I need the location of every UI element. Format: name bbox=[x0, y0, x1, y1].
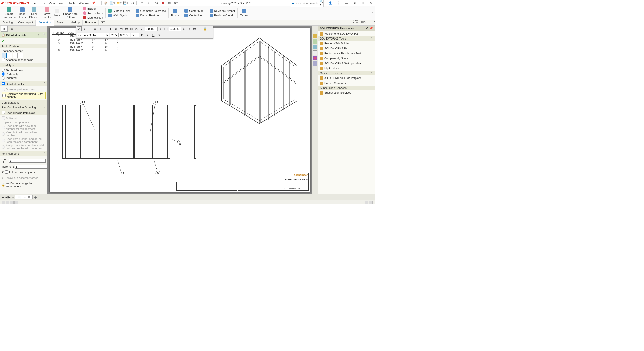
sheet-nav-next-icon[interactable]: ▶ bbox=[8, 196, 10, 199]
reorder-icon[interactable]: ⇵ bbox=[2, 170, 4, 174]
underline-button[interactable]: U bbox=[151, 33, 156, 38]
open-icon[interactable]: 📂▾ bbox=[117, 1, 122, 6]
front-view[interactable] bbox=[62, 105, 170, 159]
menu-file[interactable]: File bbox=[31, 1, 39, 5]
sheet-nav-prev-icon[interactable]: ◀ bbox=[5, 196, 7, 199]
menu-window[interactable]: Window bbox=[77, 1, 90, 5]
sec-keep-missing[interactable]: Keep Missing Item/Row⌃ bbox=[0, 110, 47, 115]
tab-annotation[interactable]: Annotation bbox=[36, 20, 54, 26]
collapse-ribbon-icon[interactable]: ⌃ bbox=[372, 12, 374, 14]
add-sheet-icon[interactable]: ➕ bbox=[34, 196, 38, 199]
doc-restore-icon[interactable]: ❐ bbox=[356, 20, 358, 25]
rotate-icon[interactable]: ↻ bbox=[113, 26, 118, 31]
tp-item-subscription[interactable]: Subscription Services bbox=[318, 90, 375, 95]
tp-item-marketplace[interactable]: 3DEXPERIENCE Marketplace bbox=[318, 75, 375, 81]
grid2-icon[interactable]: ▦ bbox=[192, 26, 197, 31]
align-right-icon[interactable]: ≡ bbox=[93, 26, 97, 31]
vbar-appearances-icon[interactable] bbox=[313, 56, 317, 60]
tab-view-layout[interactable]: View Layout bbox=[15, 20, 36, 25]
increment-input[interactable] bbox=[15, 165, 47, 169]
follow-assy-checkbox[interactable] bbox=[5, 170, 8, 174]
center-mark-button[interactable]: Center Mark bbox=[183, 9, 206, 13]
sort-icon[interactable]: A↓ bbox=[134, 26, 139, 31]
revision-symbol-button[interactable]: Revision Symbol bbox=[208, 9, 236, 13]
tp-online-head[interactable]: Online Resources⌃ bbox=[318, 71, 375, 75]
tp-item-property-tab[interactable]: Property Tab Builder bbox=[318, 41, 375, 46]
doc-max-icon[interactable]: ◫ bbox=[361, 20, 364, 25]
table-row[interactable]: 4TS2x2x0.250°0°2 bbox=[52, 45, 122, 49]
sec-table-position[interactable]: Table Position⌃ bbox=[0, 44, 47, 48]
doc-expand-icon[interactable]: ⛶ bbox=[353, 20, 356, 25]
sec-item-numbers[interactable]: Item Numbers⌃ bbox=[0, 151, 47, 156]
col-item-no[interactable]: ITEM NO. bbox=[52, 31, 66, 35]
redo-icon[interactable]: ↷▾ bbox=[145, 1, 150, 6]
top-level-radio[interactable] bbox=[2, 69, 5, 72]
menu-edit[interactable]: Edit bbox=[39, 1, 47, 5]
sb-icon-4[interactable] bbox=[14, 201, 18, 204]
row-height-input[interactable] bbox=[169, 27, 181, 31]
menu-insert[interactable]: Insert bbox=[57, 1, 67, 5]
vbar-view-palette-icon[interactable] bbox=[313, 50, 317, 55]
task-pane-toggle-icon[interactable]: « bbox=[373, 20, 375, 25]
tp-gear-icon[interactable]: ⚙ bbox=[366, 27, 369, 30]
print-icon[interactable]: 🖨▾ bbox=[130, 1, 135, 6]
italic-button[interactable]: I bbox=[145, 33, 150, 38]
drawing-canvas[interactable]: A ≡ ≣ ≡ ⬆ ↔ ⬇ ↻ ▤ ▦ ▥ A↓ Σ ⇕ ⟷ ⇕ ⊞ ▦ ⊟ 🔒… bbox=[47, 26, 312, 194]
strike-button[interactable]: S bbox=[156, 33, 161, 38]
fmt-a-icon[interactable]: A bbox=[77, 26, 82, 31]
model-items-button[interactable]: Model Items bbox=[17, 7, 28, 19]
restore-icon[interactable]: ▣ bbox=[352, 1, 357, 6]
format-painter-button[interactable]: Format Painter bbox=[41, 7, 53, 19]
valign-mid-icon[interactable]: ↔ bbox=[103, 26, 108, 31]
options-icon[interactable]: ▦ bbox=[167, 1, 172, 6]
sheet-nav-first-icon[interactable]: ⏮ bbox=[2, 196, 4, 199]
table-row[interactable]: 3TS2x2x0.250°0°5 bbox=[52, 42, 122, 45]
sb-icon-2[interactable] bbox=[6, 201, 9, 204]
tab-markup[interactable]: Markup bbox=[68, 20, 83, 25]
tab-so[interactable]: SO bbox=[99, 20, 108, 25]
feature-tree-tab-icon[interactable]: 🗂 bbox=[1, 26, 8, 32]
tp-item-settings-wizard[interactable]: SOLIDWORKS Settings Wizard bbox=[318, 61, 375, 66]
col-width-input[interactable] bbox=[145, 27, 158, 31]
rebuild-icon[interactable]: ⬣ bbox=[160, 1, 165, 6]
user-icon[interactable]: 👤 bbox=[328, 1, 333, 6]
vbar-home-icon[interactable] bbox=[313, 34, 317, 38]
help-icon[interactable]: ❔ bbox=[336, 1, 341, 6]
sheet-tab-1[interactable]: 📄 Sheet1 bbox=[15, 195, 33, 199]
balloon-button[interactable]: Balloon bbox=[81, 6, 104, 11]
centerline-button[interactable]: Centerline bbox=[183, 13, 206, 18]
config-tab-icon[interactable]: ▦ bbox=[9, 26, 16, 32]
settings-icon[interactable]: ⚙▾ bbox=[173, 1, 178, 6]
vbar-custom-props-icon[interactable] bbox=[313, 61, 317, 66]
note-button[interactable]: Note bbox=[53, 7, 62, 19]
smart-dimension-button[interactable]: Smart Dimension bbox=[1, 7, 17, 19]
link-icon[interactable]: ⟷ bbox=[163, 26, 168, 31]
indented-radio[interactable] bbox=[2, 76, 5, 80]
tp-tools-head[interactable]: SOLIDWORKS Tools⌃ bbox=[318, 36, 375, 41]
tab-drawing[interactable]: Drawing bbox=[0, 20, 15, 25]
spell-checker-button[interactable]: Spell Checker bbox=[28, 7, 41, 19]
do-not-change-checkbox[interactable] bbox=[6, 183, 9, 187]
ok-button[interactable]: ✔ bbox=[2, 39, 5, 43]
start-at-input[interactable] bbox=[9, 159, 46, 163]
align-center-icon[interactable]: ≣ bbox=[87, 26, 92, 31]
side-view[interactable] bbox=[194, 105, 196, 159]
geometric-tolerance-button[interactable]: Geometric Tolerance bbox=[134, 9, 167, 13]
save-icon[interactable]: 💾▾ bbox=[123, 1, 128, 6]
new-icon[interactable]: 📄▾ bbox=[110, 1, 115, 6]
search-icon[interactable]: 🔍▾ bbox=[320, 0, 323, 6]
sum-icon[interactable]: Σ bbox=[140, 26, 144, 31]
doc-close-icon[interactable]: ✕ bbox=[364, 20, 366, 25]
close-icon[interactable]: ✕ bbox=[368, 1, 373, 6]
spin2-icon[interactable]: ⇕ bbox=[182, 26, 186, 31]
corner-tr-button[interactable] bbox=[7, 53, 12, 58]
split-icon[interactable]: ▥ bbox=[129, 26, 134, 31]
home-icon[interactable]: 🏠 bbox=[103, 1, 108, 6]
valign-bot-icon[interactable]: ⬇ bbox=[108, 26, 113, 31]
weld-symbol-button[interactable]: Weld Symbol bbox=[107, 13, 132, 18]
corner-br-button[interactable] bbox=[18, 53, 23, 58]
magnetic-line-button[interactable]: Magnetic Lin bbox=[81, 15, 104, 20]
undo-icon[interactable]: ↶▾ bbox=[138, 1, 143, 6]
tab-evaluate[interactable]: Evaluate bbox=[83, 20, 99, 25]
menu-view[interactable]: View bbox=[47, 1, 57, 5]
